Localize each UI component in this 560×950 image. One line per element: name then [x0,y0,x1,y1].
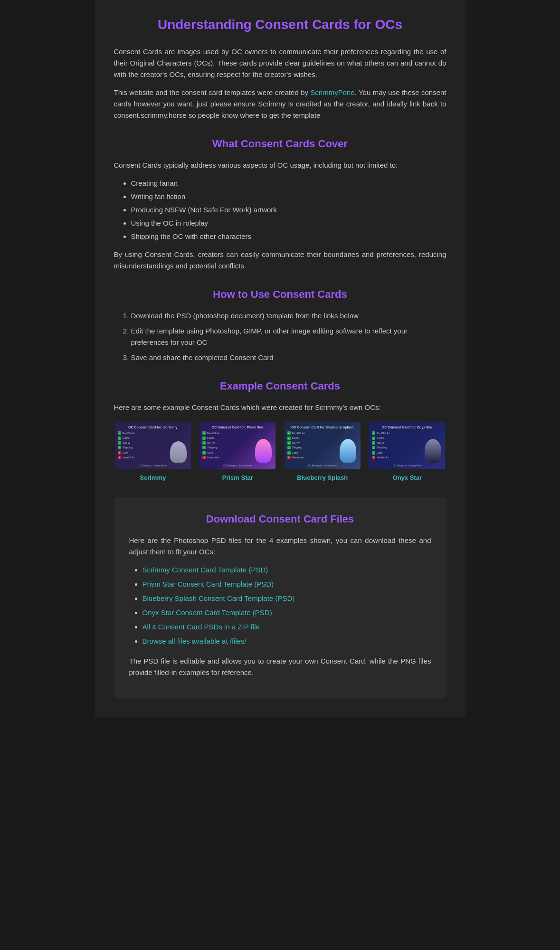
card-label: Fan/Gift Art [207,431,220,436]
scrimmypone-link[interactable]: ScrimmyPone [310,88,354,96]
list-item: Shipping the OC with other characters [131,231,446,242]
card-character-name-blueberry: Blueberry Splash [297,473,348,483]
check-icon: ✗ [287,456,291,459]
card-label: NSFW [207,441,215,445]
check-icon: ✓ [372,437,375,440]
card-blueberry: OC Consent Card for: Blueberry Splash ✓F… [284,422,362,483]
card-thumbnail-prism: OC Consent Card for: Prism Star ✓Fan/Gif… [199,422,275,469]
card-rows-blueberry: ✓Fan/Gift Art ✓Fanfic ✓NSFW ✓Shipping ✓G… [287,431,339,463]
download-link-zip[interactable]: All 4 Consent Card PSDs in a ZIP file [142,623,260,631]
character-art-prism [255,439,272,463]
download-link-onyx[interactable]: Onyx Star Consent Card Template (PSD) [142,608,272,617]
what-intro: Consent Cards typically address various … [114,160,446,171]
card-row: ✗Gore [118,451,169,455]
how-heading: How to Use Consent Cards [114,286,446,303]
card-bottom-onyx: OC Belongs to: ScrimmyPone [372,464,442,467]
card-rows-prism: ✓Fan/Gift Art ✓Fanfic ✓NSFW ✓Shipping ✓G… [202,431,254,463]
card-row: ✓Fanfic [118,436,169,440]
card-prism: OC Consent Card for: Prism Star ✓Fan/Gif… [199,422,277,483]
card-label: Shipping [123,446,133,450]
download-link-browse[interactable]: Browse all files available at /files/ [142,637,247,645]
list-item: All 4 Consent Card PSDs in a ZIP file [142,621,431,633]
download-section: Download Consent Card Files Here are the… [114,497,446,698]
check-icon: ✓ [202,431,206,435]
check-icon: ✗ [118,456,121,459]
check-icon: ✓ [118,446,121,449]
how-list: Download the PSD (photoshop document) te… [131,310,446,363]
card-character-name-scrimmy: Scrimmy [140,473,166,483]
check-icon: ✓ [202,437,206,440]
card-rows-onyx: ✓Fan/Gift Art ✓Fanfic ✓NSFW ✓Shipping ✓G… [372,431,423,463]
list-item: Creating fanart [131,178,446,189]
card-row: ✓Gore [202,451,254,455]
card-label: Hateful Art [377,456,389,460]
check-icon: ✗ [118,451,121,455]
check-icon: ✗ [202,456,206,459]
card-label: Gore [292,451,298,455]
check-icon: ✓ [287,431,291,435]
character-art-onyx [425,439,441,463]
card-row: ✓NSFW [202,441,254,445]
what-list: Creating fanart Writing fan fiction Prod… [131,178,446,242]
intro-paragraph-1: Consent Cards are images used by OC owne… [114,46,446,80]
card-thumbnail-scrimmy: OC Consent Card for: Scrimmy ✓Fan/Gift A… [115,422,191,469]
card-label: Fan/Gift Art [292,431,305,436]
card-label: Hateful Art [207,456,219,460]
check-icon: ✓ [202,446,206,449]
what-outro: By using Consent Cards, creators can eas… [114,249,446,272]
intro-para2-before: This website and the consent card templa… [114,88,311,96]
check-icon: ✓ [202,451,206,455]
card-label: Hateful Art [292,456,304,460]
what-heading: What Consent Cards Cover [114,135,446,152]
how-list-item: Download the PSD (photoshop document) te… [131,310,446,322]
card-row: ✓Fan/Gift Art [202,431,254,436]
card-bottom-blueberry: OC Belongs to: ScrimmyPone [287,464,358,467]
card-thumbnail-blueberry: OC Consent Card for: Blueberry Splash ✓F… [285,422,361,469]
list-item: Using the OC in roleplay [131,218,446,229]
list-item: Producing NSFW (Not Safe For Work) artwo… [131,204,446,216]
check-icon: ✓ [118,437,121,440]
card-row: ✓Shipping [287,446,339,450]
card-row: ✓Fan/Gift Art [372,431,423,436]
card-row: ✓Gore [372,451,423,455]
page-wrapper: Understanding Consent Cards for OCs Cons… [95,0,465,717]
card-onyx: OC Consent Card for: Onyx Star ✓Fan/Gift… [368,422,446,483]
card-row: ✓Fanfic [202,436,254,440]
character-art-blueberry [340,439,356,463]
card-label: Gore [123,451,128,455]
card-thumbnail-onyx: OC Consent Card for: Onyx Star ✓Fan/Gift… [369,422,445,469]
check-icon: ✓ [118,441,121,445]
card-row: ✓NSFW [118,441,169,445]
check-icon: ✓ [118,431,121,435]
card-label: Shipping [292,446,302,450]
download-intro: Here are the Photoshop PSD files for the… [129,535,431,558]
download-link-blueberry[interactable]: Blueberry Splash Consent Card Template (… [142,594,295,602]
card-label: Gore [207,451,213,455]
card-title-onyx: OC Consent Card for: Onyx Star [372,425,442,430]
check-icon: ✓ [287,441,291,445]
list-item: Prism Star Consent Card Template (PSD) [142,579,431,590]
card-row: ✓Fan/Gift Art [287,431,339,436]
card-label: Fanfic [377,436,384,440]
list-item: Scrimmy Consent Card Template (PSD) [142,564,431,576]
check-icon: ✓ [372,451,375,455]
card-row: ✓Shipping [118,446,169,450]
page-title: Understanding Consent Cards for OCs [114,14,446,36]
check-icon: ✓ [372,441,375,445]
example-cards-row: OC Consent Card for: Scrimmy ✓Fan/Gift A… [114,422,446,483]
character-art-scrimmy [170,441,187,463]
card-row: ✗Hateful Art [372,456,423,460]
card-title-blueberry: OC Consent Card for: Blueberry Splash [287,425,358,430]
card-title-scrimmy: OC Consent Card for: Scrimmy [118,425,188,430]
check-icon: ✗ [372,456,375,459]
card-label: Hateful Art [123,456,135,460]
card-label: NSFW [292,441,300,445]
how-list-item: Save and share the completed Consent Car… [131,352,446,363]
examples-heading: Example Consent Cards [114,378,446,394]
download-link-scrimmy[interactable]: Scrimmy Consent Card Template (PSD) [142,566,268,574]
card-label: Shipping [377,446,387,450]
card-label: Fan/Gift Art [377,431,390,436]
download-link-prism[interactable]: Prism Star Consent Card Template (PSD) [142,580,274,588]
how-list-item: Edit the template using Photoshop, GIMP,… [131,325,446,348]
card-character-name-onyx: Onyx Star [393,473,422,483]
